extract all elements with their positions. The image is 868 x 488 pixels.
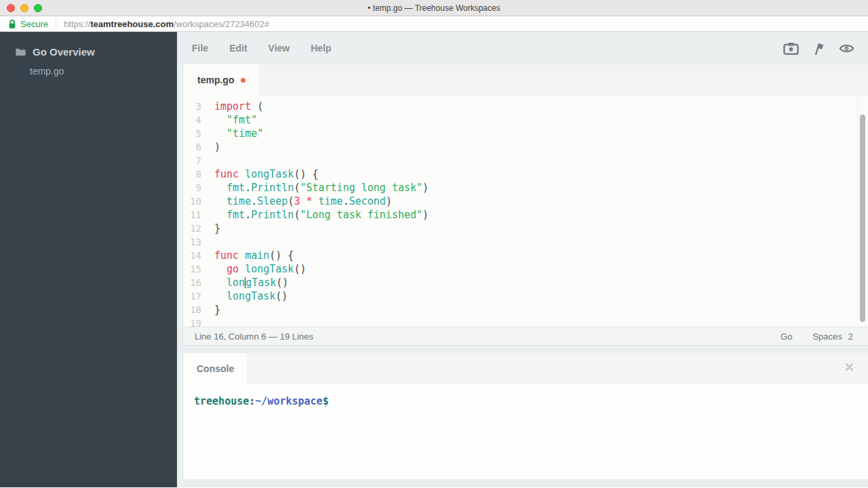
line-number: 4 — [184, 113, 201, 127]
url-field[interactable]: https://teamtreehouse.com/workspaces/272… — [64, 19, 269, 29]
cursor-position-label: Line 16, Column 6 — 19 Lines — [195, 331, 313, 342]
line-number: 7 — [184, 154, 201, 167]
code-text: fmt.Println("Starting long task") — [201, 181, 429, 195]
line-number: 10 — [184, 195, 201, 208]
code-line: 6) — [184, 140, 868, 154]
line-number: 19 — [184, 317, 201, 327]
lock-icon[interactable] — [8, 19, 16, 29]
line-number: 17 — [184, 289, 201, 303]
code-text: } — [201, 222, 220, 235]
code-line: 5 "time" — [184, 127, 868, 140]
code-line: 7 — [184, 154, 868, 167]
line-number: 13 — [184, 235, 201, 249]
app-window: • temp.go — Treehouse Workspaces Secure … — [0, 0, 868, 488]
tab-console[interactable]: Console — [184, 353, 247, 384]
eye-preview-icon[interactable] — [839, 43, 854, 54]
line-number: 11 — [184, 208, 201, 222]
console-tab-label: Console — [197, 363, 234, 374]
line-number: 18 — [184, 303, 201, 317]
sidebar-item-label: Go Overview — [33, 46, 95, 58]
code-text: ) — [201, 140, 220, 154]
menu-action-icons — [783, 42, 868, 55]
workspace-content: Go Overview temp.go FileEditViewHelp — [0, 32, 868, 487]
language-mode-button[interactable]: Go — [781, 331, 792, 342]
code-line: 16 longTask() — [184, 276, 868, 289]
code-line: 18} — [184, 303, 868, 317]
minimize-window-button[interactable] — [20, 4, 28, 12]
panel-gap — [184, 346, 868, 353]
menu-items: FileEditViewHelp — [192, 43, 332, 54]
status-right: Go Spaces 2 — [781, 331, 853, 342]
unsaved-changes-dot — [241, 78, 245, 83]
traffic-lights — [7, 4, 42, 12]
line-number: 12 — [184, 222, 201, 235]
code-text: import ( — [201, 100, 263, 113]
camera-snapshot-icon[interactable] — [783, 42, 799, 55]
code-line: 17 longTask() — [184, 289, 868, 303]
line-number: 8 — [184, 167, 201, 181]
code-text — [201, 317, 214, 327]
line-number: 5 — [184, 127, 201, 140]
menu-item-help[interactable]: Help — [311, 43, 331, 54]
line-number: 14 — [184, 249, 201, 262]
ide-menubar: FileEditViewHelp — [184, 32, 868, 64]
line-number: 16 — [184, 276, 201, 289]
folder-icon — [15, 47, 26, 57]
code-line: 9 fmt.Println("Starting long task") — [184, 181, 868, 195]
console-bottom-band — [184, 479, 868, 487]
fork-icon[interactable] — [812, 42, 826, 55]
code-line: 15 go longTask() — [184, 262, 868, 276]
code-line: 10 time.Sleep(3 * time.Second) — [184, 195, 868, 208]
code-editor[interactable]: 3import (4 "fmt"5 "time"6)78func longTas… — [184, 96, 868, 327]
console-panel: Console treehouse:~/workspace$ — [184, 353, 868, 487]
window-title: • temp.go — Treehouse Workspaces — [368, 3, 500, 13]
terminal[interactable]: treehouse:~/workspace$ — [184, 384, 868, 479]
code-text — [201, 235, 214, 249]
code-line: 4 "fmt" — [184, 113, 868, 127]
code-text — [201, 154, 214, 167]
code-text: time.Sleep(3 * time.Second) — [201, 195, 392, 208]
code-text: longTask() — [201, 276, 288, 289]
line-number: 6 — [184, 140, 201, 154]
url-divider — [56, 19, 56, 28]
terminal-prompt: treehouse:~/workspace$ — [194, 395, 329, 407]
code-text: longTask() — [201, 289, 288, 303]
code-line: 12} — [184, 222, 868, 235]
browser-url-bar[interactable]: Secure https://teamtreehouse.com/workspa… — [0, 16, 868, 32]
editor-tab-bar: temp.go — [184, 64, 868, 96]
url-scheme: https:// — [64, 19, 90, 29]
scrollbar-thumb[interactable] — [860, 115, 865, 322]
editor-status-bar: Line 16, Column 6 — 19 Lines Go Spaces 2 — [184, 327, 868, 346]
menu-item-edit[interactable]: Edit — [229, 43, 247, 54]
sidebar-item-label: temp.go — [30, 66, 64, 77]
tab-label: temp.go — [197, 75, 234, 85]
menu-item-file[interactable]: File — [192, 43, 208, 54]
ide-main-area: FileEditViewHelp — [177, 32, 868, 487]
code-text: fmt.Println("Long task finished") — [201, 208, 429, 222]
sidebar-item-temp-go[interactable]: temp.go — [0, 62, 177, 81]
sidebar-item-go-overview[interactable]: Go Overview — [0, 42, 177, 62]
code-area[interactable]: 3import (4 "fmt"5 "time"6)78func longTas… — [184, 100, 868, 327]
code-line: 3import ( — [184, 100, 868, 113]
console-header: Console — [184, 353, 868, 384]
zoom-window-button[interactable] — [34, 4, 42, 12]
code-text: } — [201, 303, 220, 317]
code-text: go longTask() — [201, 262, 306, 276]
menu-item-view[interactable]: View — [269, 43, 290, 54]
code-line: 14func main() { — [184, 249, 868, 262]
line-number: 15 — [184, 262, 201, 276]
indent-type-label: Spaces — [812, 331, 842, 342]
code-text: "time" — [201, 127, 263, 140]
indent-settings-button[interactable]: Spaces 2 — [812, 331, 853, 342]
tab-temp-go[interactable]: temp.go — [184, 64, 259, 96]
close-window-button[interactable] — [7, 4, 15, 12]
code-line: 13 — [184, 235, 868, 249]
url-domain: teamtreehouse.com — [90, 19, 174, 29]
code-text: "fmt" — [201, 113, 257, 127]
close-console-icon[interactable] — [845, 362, 854, 374]
url-path: /workspaces/27234602# — [174, 19, 269, 29]
indent-size-label: 2 — [848, 331, 853, 342]
code-line: 8func longTask() { — [184, 167, 868, 181]
titlebar: • temp.go — Treehouse Workspaces — [0, 0, 868, 16]
line-number: 3 — [184, 100, 201, 113]
